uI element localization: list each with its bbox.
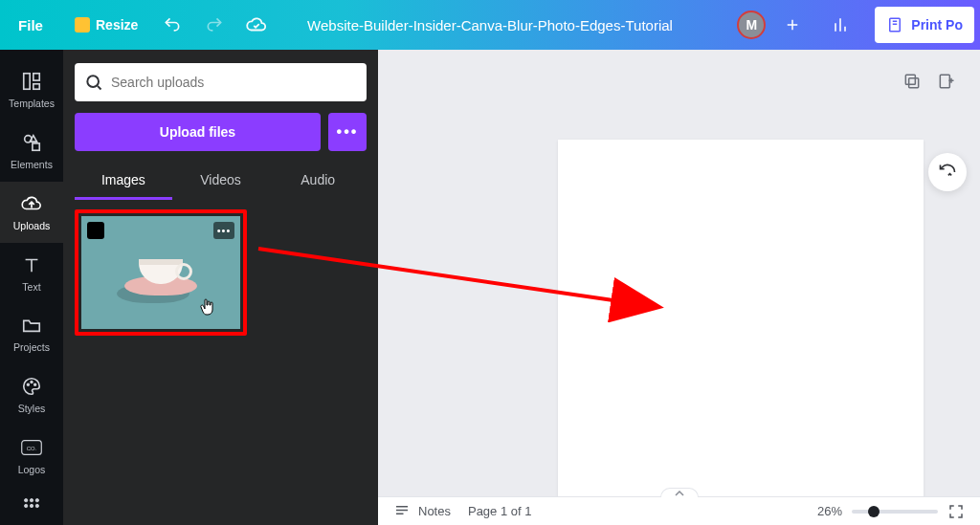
user-avatar[interactable]: M (737, 11, 766, 39)
file-menu[interactable]: File (0, 0, 61, 50)
rail-styles[interactable]: Styles (0, 364, 63, 426)
chevron-up-icon (675, 491, 684, 496)
rail-projects-label: Projects (13, 341, 50, 353)
dots-icon: ••• (337, 123, 359, 141)
cloud-sync-button[interactable] (235, 0, 278, 50)
svg-rect-3 (33, 84, 39, 90)
refresh-icon (938, 163, 957, 182)
elements-icon (21, 132, 42, 153)
design-page[interactable] (558, 140, 924, 505)
svg-rect-1 (24, 74, 30, 90)
resize-label: Resize (96, 17, 138, 33)
page-indicator[interactable]: Page 1 of 1 (468, 504, 532, 518)
resize-button[interactable]: Resize (61, 17, 151, 33)
rail-text[interactable]: Text (0, 243, 63, 304)
svg-point-16 (35, 504, 38, 507)
rail-uploads-label: Uploads (13, 220, 51, 231)
duplicate-page-button[interactable] (902, 71, 923, 92)
svg-point-13 (35, 499, 38, 502)
expand-icon (947, 503, 965, 520)
print-label: Print Po (911, 17, 963, 33)
undo-button[interactable] (151, 0, 193, 50)
zoom-slider-knob[interactable] (868, 506, 880, 517)
notes-label: Notes (418, 504, 451, 518)
uploads-panel: Upload files ••• Images Videos Audio ••• (63, 50, 378, 525)
thumbnail-select-checkbox[interactable] (87, 222, 104, 239)
cloud-check-icon (246, 14, 267, 35)
svg-point-11 (25, 499, 28, 502)
bar-chart-icon (831, 15, 850, 34)
svg-point-14 (25, 504, 28, 507)
tab-images[interactable]: Images (75, 164, 172, 200)
add-page-button[interactable] (936, 71, 957, 92)
rail-logos[interactable]: CO. Logos (0, 426, 63, 487)
thumbnail-image-preview (124, 276, 197, 295)
poster-icon (886, 16, 903, 33)
top-bar: File Resize Website-Builder-Insider-Canv… (0, 0, 980, 50)
svg-point-15 (30, 504, 33, 507)
thumbnail-options-button[interactable]: ••• (213, 222, 234, 239)
upload-files-button[interactable]: Upload files (75, 113, 321, 151)
notes-button[interactable]: Notes (393, 503, 451, 520)
status-bar: Notes Page 1 of 1 26% (378, 496, 980, 525)
rail-templates[interactable]: Templates (0, 59, 63, 120)
rail-elements[interactable]: Elements (0, 120, 63, 182)
rail-apps[interactable] (0, 487, 63, 525)
svg-rect-2 (33, 74, 39, 80)
fullscreen-button[interactable] (947, 503, 965, 520)
insights-button[interactable] (819, 0, 861, 50)
folder-icon (21, 315, 42, 336)
apps-grid-icon (22, 496, 41, 515)
upload-options-button[interactable]: ••• (328, 113, 367, 151)
svg-point-12 (30, 499, 33, 502)
page-drawer-toggle[interactable] (660, 488, 699, 497)
rail-uploads[interactable]: Uploads (0, 182, 63, 243)
svg-rect-20 (940, 75, 949, 87)
rail-styles-label: Styles (18, 403, 46, 414)
document-title[interactable]: Website-Builder-Insider-Canva-Blur-Photo… (307, 17, 673, 33)
uploads-icon (21, 193, 42, 214)
search-icon (84, 73, 103, 92)
undo-icon (163, 15, 182, 34)
annotation-highlight: ••• (75, 209, 247, 336)
page-tools (902, 71, 957, 92)
plus-icon (784, 16, 801, 33)
share-add-button[interactable] (779, 11, 806, 38)
rail-text-label: Text (22, 281, 40, 293)
logos-icon: CO. (21, 438, 42, 457)
canvas-area (378, 50, 980, 496)
templates-icon (21, 71, 42, 92)
search-uploads[interactable] (75, 63, 367, 101)
palette-icon (21, 376, 42, 397)
upload-type-tabs: Images Videos Audio (75, 164, 367, 200)
zoom-percentage[interactable]: 26% (817, 504, 842, 518)
zoom-slider[interactable] (852, 510, 938, 514)
upload-thumbnail[interactable]: ••• (81, 216, 240, 329)
rail-templates-label: Templates (9, 98, 55, 109)
svg-point-8 (34, 384, 36, 386)
zoom-controls: 26% (817, 503, 965, 520)
copy-icon (902, 72, 922, 91)
redo-icon (205, 15, 224, 34)
rail-projects[interactable]: Projects (0, 304, 63, 365)
rail-logos-label: Logos (18, 464, 46, 475)
side-rail: Templates Elements Uploads Text Projects… (0, 50, 63, 525)
svg-text:CO.: CO. (27, 446, 37, 451)
print-button[interactable]: Print Po (875, 7, 974, 43)
svg-rect-18 (909, 78, 919, 88)
svg-point-6 (27, 384, 29, 386)
tab-videos[interactable]: Videos (172, 164, 270, 200)
notes-icon (393, 503, 411, 520)
tab-audio[interactable]: Audio (269, 164, 367, 200)
layers-fab[interactable] (928, 153, 967, 191)
svg-point-17 (87, 76, 99, 87)
redo-button[interactable] (193, 0, 235, 50)
search-input[interactable] (111, 75, 357, 90)
crown-icon (75, 17, 90, 33)
svg-rect-5 (33, 143, 39, 150)
hand-cursor-icon (200, 298, 215, 316)
text-icon (21, 254, 42, 275)
rail-elements-label: Elements (11, 159, 53, 170)
page-plus-icon (937, 72, 956, 91)
svg-point-7 (31, 382, 33, 383)
